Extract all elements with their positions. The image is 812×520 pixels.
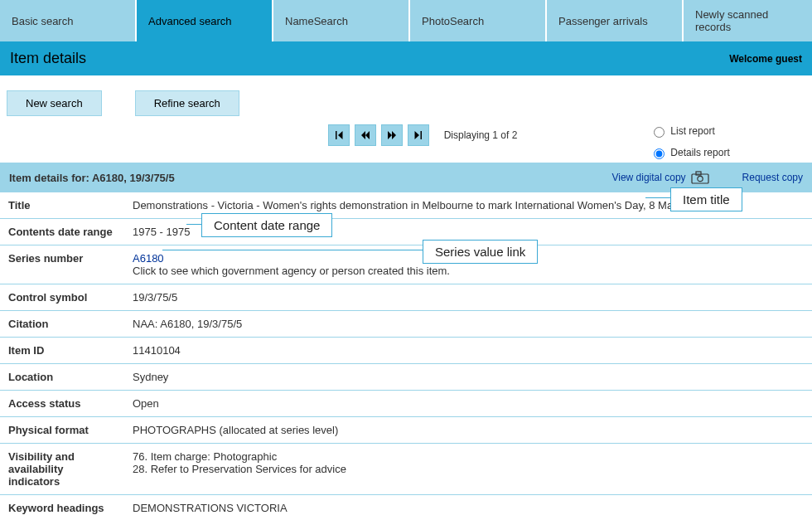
label-keyword-headings: Keyword headings <box>0 495 124 521</box>
row-series-number: Series number A6180 Click to see which g… <box>0 245 812 284</box>
tab-passenger-arrivals[interactable]: Passenger arrivals <box>547 0 684 41</box>
request-copy-link[interactable]: Request copy <box>742 172 803 183</box>
value-citation: NAA: A6180, 19/3/75/5 <box>124 311 812 338</box>
pager-controls: Displaying 1 of 2 <box>328 124 518 146</box>
details-report-option[interactable]: Details report <box>650 146 729 159</box>
label-item-id: Item ID <box>0 338 124 364</box>
row-location: Location Sydney <box>0 364 812 391</box>
callout-line-date-range <box>186 224 201 225</box>
first-icon <box>334 130 344 140</box>
tab-basic-search[interactable]: Basic search <box>0 0 137 41</box>
list-report-label: List report <box>670 125 714 137</box>
new-search-button[interactable]: New search <box>7 90 102 116</box>
label-visibility: Visibility and availability indicators <box>0 444 124 495</box>
report-mode: List report Details report <box>517 124 805 159</box>
label-physical-format: Physical format <box>0 417 124 444</box>
next-icon <box>387 130 397 140</box>
pager-prev-button[interactable] <box>355 124 376 146</box>
tab-name-search[interactable]: NameSearch <box>273 0 410 41</box>
label-citation: Citation <box>0 311 124 338</box>
tab-advanced-search[interactable]: Advanced search <box>137 0 273 41</box>
series-number-link[interactable]: A6180 <box>133 252 164 265</box>
last-icon <box>413 130 423 140</box>
callout-line-series <box>162 250 423 250</box>
row-visibility: Visibility and availability indicators 7… <box>0 444 812 495</box>
list-report-radio[interactable] <box>654 127 665 138</box>
tab-newly-scanned[interactable]: Newly scanned records <box>684 0 812 41</box>
value-visibility: 76. Item charge: Photographic 28. Refer … <box>124 444 812 495</box>
detail-header-title: Item details for: A6180, 19/3/75/5 <box>9 172 611 184</box>
row-access-status: Access status Open <box>0 391 812 417</box>
label-control-symbol: Control symbol <box>0 284 124 311</box>
pager-first-button[interactable] <box>328 124 350 146</box>
value-location: Sydney <box>124 364 812 391</box>
tab-photo-search[interactable]: PhotoSearch <box>410 0 547 41</box>
row-control-symbol: Control symbol 19/3/75/5 <box>0 284 812 311</box>
tab-bar: Basic search Advanced search NameSearch … <box>0 0 812 41</box>
page-root: Basic search Advanced search NameSearch … <box>0 0 812 520</box>
visibility-line-1: 76. Item charge: Photographic <box>133 450 277 463</box>
value-access-status: Open <box>124 391 812 417</box>
pager-last-button[interactable] <box>408 124 429 146</box>
welcome-text: Welcome guest <box>729 53 802 65</box>
label-location: Location <box>0 364 124 391</box>
details-report-label: Details report <box>670 147 729 158</box>
camera-icon <box>691 171 709 184</box>
value-control-symbol: 19/3/75/5 <box>124 284 812 311</box>
pager-status: Displaying 1 of 2 <box>444 129 518 141</box>
row-contents-date-range: Contents date range 1975 - 1975 <box>0 219 812 245</box>
label-series-number: Series number <box>0 245 124 284</box>
label-contents-date-range: Contents date range <box>0 219 124 245</box>
row-citation: Citation NAA: A6180, 19/3/75/5 <box>0 311 812 338</box>
value-physical-format: PHOTOGRAPHS (allocated at series level) <box>124 417 812 444</box>
action-row: New search Refine search <box>0 75 812 124</box>
title-bar: Item details Welcome guest <box>0 41 812 75</box>
label-access-status: Access status <box>0 391 124 417</box>
svg-rect-0 <box>692 174 708 183</box>
pager-row: Displaying 1 of 2 List report Details re… <box>0 124 812 163</box>
pager-next-button[interactable] <box>381 124 403 146</box>
label-title: Title <box>0 192 124 219</box>
visibility-line-2: 28. Refer to Preservation Services for a… <box>133 463 346 475</box>
callout-series-value-link: Series value link <box>423 240 538 264</box>
row-physical-format: Physical format PHOTOGRAPHS (allocated a… <box>0 417 812 444</box>
row-keyword-headings: Keyword headings DEMONSTRATIONS VICTORIA <box>0 495 812 521</box>
detail-header-ref: A6180, 19/3/75/5 <box>92 172 175 184</box>
refine-search-button[interactable]: Refine search <box>135 90 239 116</box>
value-keyword-headings: DEMONSTRATIONS VICTORIA <box>124 495 812 521</box>
row-item-id: Item ID 11410104 <box>0 338 812 364</box>
details-report-radio[interactable] <box>654 148 665 159</box>
detail-header-prefix: Item details for: <box>9 172 92 184</box>
callout-item-title: Item title <box>670 187 742 211</box>
prev-icon <box>360 130 370 140</box>
page-title: Item details <box>10 50 86 67</box>
series-number-hint: Click to see which government agency or … <box>133 265 450 277</box>
detail-table: Title Demonstrations - Victoria - Women'… <box>0 192 812 520</box>
callout-line-title <box>645 197 670 198</box>
view-digital-copy-link[interactable]: View digital copy <box>611 172 685 183</box>
svg-point-2 <box>697 176 702 181</box>
callout-content-date-range: Content date range <box>201 213 332 237</box>
list-report-option[interactable]: List report <box>650 124 714 138</box>
value-item-id: 11410104 <box>124 338 812 364</box>
